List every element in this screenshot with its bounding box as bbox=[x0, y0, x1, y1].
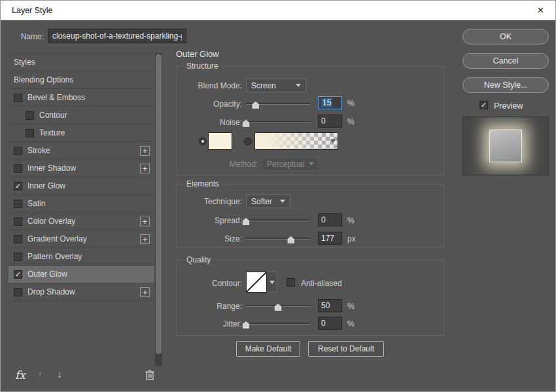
ok-button[interactable]: OK bbox=[462, 29, 549, 45]
effect-checkbox[interactable] bbox=[26, 111, 34, 120]
method-dropdown[interactable]: Perceptual bbox=[262, 157, 319, 171]
preview-label: Preview bbox=[494, 101, 523, 111]
sidebar-item-label: Bevel & Emboss bbox=[27, 93, 85, 102]
slider-track bbox=[246, 238, 310, 240]
close-icon[interactable]: × bbox=[526, 1, 555, 20]
effect-checkbox[interactable]: ✓ bbox=[14, 270, 22, 279]
noise-label: Noise: bbox=[177, 118, 242, 127]
structure-group: Structure Blend Mode: Screen Opacity: 15… bbox=[176, 66, 444, 175]
technique-value: Softer bbox=[251, 197, 272, 206]
add-instance-button[interactable]: + bbox=[140, 234, 150, 244]
preview-glow-square bbox=[489, 130, 522, 162]
jitter-unit: % bbox=[347, 319, 355, 329]
sidebar-item-label: Satin bbox=[27, 199, 45, 208]
glow-color-swatch[interactable] bbox=[208, 132, 232, 150]
glow-gradient-swatch[interactable] bbox=[254, 132, 338, 150]
sidebar-scrollbar[interactable] bbox=[155, 53, 162, 366]
slider-track bbox=[246, 323, 310, 325]
scrollbar-thumb[interactable] bbox=[156, 54, 162, 354]
color-radio[interactable] bbox=[199, 137, 207, 145]
effect-title: Outer Glow bbox=[176, 49, 219, 59]
add-instance-button[interactable]: + bbox=[140, 164, 150, 173]
structure-heading: Structure bbox=[183, 62, 222, 71]
sidebar-item-inner-glow[interactable]: ✓Inner Glow bbox=[9, 177, 154, 195]
jitter-input[interactable]: 0 bbox=[318, 317, 342, 330]
sidebar-item-pattern-overlay[interactable]: Pattern Overlay bbox=[9, 248, 154, 266]
move-effect-up-icon[interactable]: ↑ bbox=[37, 368, 43, 380]
effect-checkbox[interactable] bbox=[14, 200, 22, 208]
technique-dropdown[interactable]: Softer bbox=[246, 194, 290, 208]
sidebar-item-satin[interactable]: Satin bbox=[9, 195, 154, 213]
sidebar-item-bevel-emboss[interactable]: Bevel & Emboss bbox=[9, 89, 154, 107]
effect-checkbox[interactable] bbox=[14, 217, 22, 226]
sidebar-item-blending-options[interactable]: Blending Options bbox=[9, 71, 154, 89]
add-instance-button[interactable]: + bbox=[140, 146, 150, 156]
quality-heading: Quality bbox=[183, 255, 214, 264]
sidebar-item-color-overlay[interactable]: Color Overlay+ bbox=[9, 213, 154, 230]
effect-checkbox[interactable]: ✓ bbox=[14, 182, 22, 190]
reset-to-default-button[interactable]: Reset to Default bbox=[308, 341, 384, 357]
layer-style-dialog: Layer Style × Name: OK Cancel New Style.… bbox=[0, 0, 556, 392]
name-input[interactable] bbox=[48, 29, 186, 43]
chevron-down-icon bbox=[296, 84, 301, 87]
move-effect-down-icon[interactable]: ↓ bbox=[57, 368, 62, 380]
opacity-slider[interactable] bbox=[246, 99, 310, 109]
sidebar-item-label: Stroke bbox=[27, 146, 50, 155]
range-slider[interactable] bbox=[246, 302, 310, 311]
effect-checkbox[interactable] bbox=[14, 147, 22, 155]
sidebar-item-styles[interactable]: Styles bbox=[9, 54, 154, 71]
noise-slider[interactable] bbox=[246, 118, 310, 127]
sidebar-item-inner-shadow[interactable]: Inner Shadow+ bbox=[9, 160, 154, 177]
effect-checkbox[interactable] bbox=[14, 253, 22, 261]
name-label: Name: bbox=[9, 32, 44, 41]
blend-mode-dropdown[interactable]: Screen bbox=[246, 79, 306, 92]
chevron-down-icon bbox=[309, 162, 314, 166]
blend-mode-label: Blend Mode: bbox=[177, 81, 242, 90]
sidebar-item-gradient-overlay[interactable]: Gradient Overlay+ bbox=[9, 230, 154, 248]
sidebar-item-label: Gradient Overlay bbox=[27, 234, 87, 243]
gradient-radio[interactable] bbox=[244, 137, 252, 145]
range-input[interactable]: 50 bbox=[318, 299, 342, 312]
sidebar-item-contour[interactable]: Contour bbox=[9, 107, 154, 124]
sidebar-item-stroke[interactable]: Stroke+ bbox=[9, 142, 154, 160]
sidebar-item-outer-glow[interactable]: ✓Outer Glow bbox=[9, 266, 154, 283]
noise-input[interactable]: 0 bbox=[318, 115, 342, 128]
sidebar-item-label: Pattern Overlay bbox=[27, 252, 82, 261]
size-input[interactable]: 177 bbox=[318, 232, 342, 245]
window-title: Layer Style bbox=[1, 6, 53, 15]
effect-checkbox[interactable] bbox=[26, 129, 34, 137]
range-unit: % bbox=[347, 302, 355, 311]
anti-aliased-checkbox[interactable] bbox=[287, 278, 295, 287]
size-slider[interactable] bbox=[246, 234, 310, 243]
slider-track bbox=[246, 121, 310, 123]
effect-checkbox[interactable] bbox=[14, 288, 22, 296]
spread-slider[interactable] bbox=[246, 216, 310, 225]
effect-checkbox[interactable] bbox=[14, 235, 22, 243]
chevron-down-icon[interactable] bbox=[330, 139, 336, 143]
spread-input[interactable]: 0 bbox=[318, 213, 342, 226]
add-instance-button[interactable]: + bbox=[140, 217, 150, 226]
jitter-slider[interactable] bbox=[246, 319, 310, 329]
preview-checkbox[interactable]: ✓ bbox=[479, 101, 488, 109]
sidebar-item-drop-shadow[interactable]: Drop Shadow+ bbox=[9, 283, 154, 301]
contour-swatch[interactable] bbox=[246, 272, 267, 293]
sidebar-item-texture[interactable]: Texture bbox=[9, 124, 154, 142]
opacity-label: Opacity: bbox=[177, 99, 242, 109]
method-label: Method: bbox=[177, 160, 258, 169]
anti-aliased-label: Anti-aliased bbox=[301, 279, 342, 288]
sidebar-item-label: Inner Glow bbox=[27, 181, 65, 190]
make-default-button[interactable]: Make Default bbox=[236, 341, 300, 357]
opacity-input[interactable]: 15 bbox=[318, 96, 342, 109]
effect-checkbox[interactable] bbox=[14, 94, 22, 102]
style-preview bbox=[462, 116, 549, 175]
new-style-button[interactable]: New Style... bbox=[462, 77, 549, 93]
contour-picker-button[interactable] bbox=[267, 272, 277, 293]
sidebar-item-label: Outer Glow bbox=[27, 270, 67, 279]
cancel-button[interactable]: Cancel bbox=[462, 53, 549, 69]
effect-checkbox[interactable] bbox=[14, 164, 22, 173]
title-bar[interactable]: Layer Style × bbox=[1, 1, 555, 20]
quality-group: Quality Contour: Anti-aliased Range: 50 … bbox=[176, 260, 444, 336]
delete-effect-icon[interactable] bbox=[145, 369, 155, 383]
contour-label: Contour: bbox=[177, 279, 242, 288]
add-instance-button[interactable]: + bbox=[140, 287, 150, 297]
